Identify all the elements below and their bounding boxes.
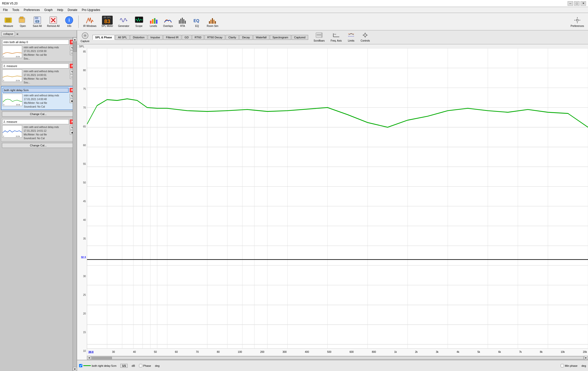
measurement-name-input-1[interactable]	[2, 40, 69, 45]
overlays-button[interactable]: Overlays	[162, 15, 174, 28]
menu-tools[interactable]: Tools	[10, 8, 21, 12]
phase-checkbox[interactable]	[139, 364, 142, 367]
tab-spl-phase[interactable]: SPL & Phase	[93, 35, 115, 40]
x-label-20: 20.0	[88, 351, 94, 354]
room-sim-button[interactable]: Room Sim	[205, 15, 220, 28]
preferences-label: Preferences	[571, 25, 584, 27]
chart-svg	[87, 48, 588, 348]
measurement-file-2: mtm with and without delay.mds	[23, 69, 69, 73]
tab-gd[interactable]: GD	[182, 35, 192, 40]
limits-label: Limits	[348, 39, 354, 42]
open-button[interactable]: Open	[17, 15, 29, 28]
menu-help[interactable]: Help	[55, 8, 65, 12]
measurement-date-3: 17.01.2021 14:00:48	[23, 97, 69, 101]
left-panel: collapse « ✕ 020.0k mtm with and without…	[0, 30, 77, 371]
info-button[interactable]: i Info	[63, 15, 75, 28]
ir-windows-label: IR Windows	[83, 25, 96, 27]
tab-impulse[interactable]: Impulse	[148, 35, 163, 40]
measurements-list: ✕ 020.0k mtm with and without delay.mds …	[0, 37, 77, 371]
eq-label: EQ	[195, 25, 199, 27]
measurement-mic-1: Mic/Meter: No cal file	[23, 53, 69, 57]
levels-button[interactable]: Levels	[147, 15, 160, 28]
measurement-mic-4: Mic/Meter: No cal file	[23, 133, 69, 136]
overlays-icon	[163, 16, 172, 25]
capture-button[interactable]: Capture	[79, 31, 91, 43]
tab-distortion[interactable]: Distortion	[130, 35, 147, 40]
remove-all-icon	[49, 16, 58, 25]
svg-text:20.0k: 20.0k	[16, 80, 20, 81]
scroll-up-button[interactable]: ▲	[73, 37, 77, 41]
y-label-80: 80	[77, 69, 86, 72]
freq-axis-button[interactable]: Hz Freq. Axis	[329, 32, 343, 43]
measurement-header-2: ✕	[2, 63, 74, 68]
measure-button[interactable]: Measure	[2, 15, 15, 28]
menu-donate[interactable]: Donate	[66, 8, 79, 12]
menu-pro-upgrades[interactable]: Pro Upgrades	[80, 8, 102, 12]
capture-label: Capture	[81, 40, 90, 43]
measurement-info-2: mtm with and without delay.mds 17.01.202…	[23, 69, 69, 84]
preferences-button[interactable]: Preferences	[569, 15, 586, 28]
chart-wrapper: 85 80 75 70 65 60 55 50 45 40 35 32.3 30…	[77, 48, 588, 360]
tab-waterfall[interactable]: Waterfall	[253, 35, 269, 40]
measurement-sound-3: Soundcard: No Cal	[23, 105, 69, 109]
tab-decay[interactable]: Decay	[239, 35, 252, 40]
horizontal-scrollbar[interactable]: ◄ ►	[87, 356, 588, 360]
chart-canvas[interactable]	[87, 48, 588, 348]
scroll-right-button[interactable]: ►	[584, 356, 588, 360]
y-label-10: 10	[77, 350, 86, 352]
min-phase-checkbox[interactable]	[561, 364, 564, 367]
change-cal-button-1[interactable]: Change Cal...	[2, 112, 75, 117]
scroll-down-button[interactable]: ▼	[73, 367, 77, 371]
close-button[interactable]: ✕	[581, 1, 586, 6]
remove-all-button[interactable]: Remove All	[46, 15, 61, 28]
y-label-55: 55	[77, 163, 86, 165]
tab-filtered-ir[interactable]: Filtered IR	[163, 35, 181, 40]
bottom-bar: both right delay 5cm 1/1 dB Phase deg Mi…	[77, 360, 588, 371]
measurement-name-input-4[interactable]	[2, 119, 69, 124]
x-label-4k: 4k	[457, 351, 459, 354]
panel-scrollbar[interactable]: ▲ ▼	[73, 37, 77, 371]
tab-spectrogram[interactable]: Spectrogram	[270, 35, 291, 40]
tab-clarity[interactable]: Clarity	[226, 35, 239, 40]
y-label-50: 50	[77, 181, 86, 184]
eq-button[interactable]: EQ EQ	[191, 15, 203, 28]
room-sim-icon	[208, 16, 217, 25]
menu-file[interactable]: File	[1, 8, 10, 12]
scope-button[interactable]: Scope	[133, 15, 145, 28]
tab-captured[interactable]: Captured	[292, 35, 308, 40]
scroll-track[interactable]	[92, 356, 584, 359]
scroll-thumb[interactable]	[73, 42, 77, 52]
maximize-button[interactable]: □	[574, 1, 580, 6]
measurement-name-input-2[interactable]	[2, 63, 69, 68]
limits-button[interactable]: Limits	[346, 32, 357, 43]
menu-graph[interactable]: Graph	[42, 8, 54, 12]
y-label-35: 35	[77, 237, 86, 240]
rta-button[interactable]: RTA	[176, 15, 189, 28]
tab-all-spl[interactable]: All SPL	[115, 35, 130, 40]
ir-windows-button[interactable]: IR Windows	[82, 15, 98, 28]
tab-rt60-decay[interactable]: RT60 Decay	[204, 35, 225, 40]
scroll-thumb-h[interactable]	[92, 357, 112, 359]
measurement-name-input-3[interactable]	[2, 88, 69, 93]
rta-label: RTA	[180, 25, 185, 27]
measurement-row-1: 020.0k mtm with and without delay.mds 17…	[2, 46, 74, 61]
measurement-checkbox[interactable]	[79, 364, 82, 367]
measurement-entry-3: ✕ 020.0k mtm with and without delay.mds …	[1, 86, 76, 110]
save-all-button[interactable]: Save All	[31, 15, 44, 28]
minimize-button[interactable]: ─	[568, 1, 573, 6]
x-label-80: 80	[217, 351, 220, 354]
collapse-button[interactable]: collapse	[1, 32, 15, 36]
scope-icon	[135, 16, 144, 25]
generator-button[interactable]: Generator	[117, 15, 131, 28]
change-cal-button-2[interactable]: Change Cal...	[2, 143, 75, 148]
scrollbars-button[interactable]: Scrollbars	[312, 32, 327, 43]
svg-rect-0	[5, 18, 12, 23]
controls-button[interactable]: Controls	[359, 32, 372, 43]
freq-axis-icon: Hz	[333, 32, 340, 39]
menu-preferences[interactable]: Preferences	[22, 8, 42, 12]
measurement-mic-2: Mic/Meter: No cal file	[23, 77, 69, 81]
tab-rt60[interactable]: RT60	[192, 35, 204, 40]
scroll-left-button[interactable]: ◄	[87, 356, 91, 360]
spl-meter-button[interactable]: dB SPL 83 SPL Meter	[100, 15, 115, 28]
svg-rect-25	[185, 21, 186, 24]
